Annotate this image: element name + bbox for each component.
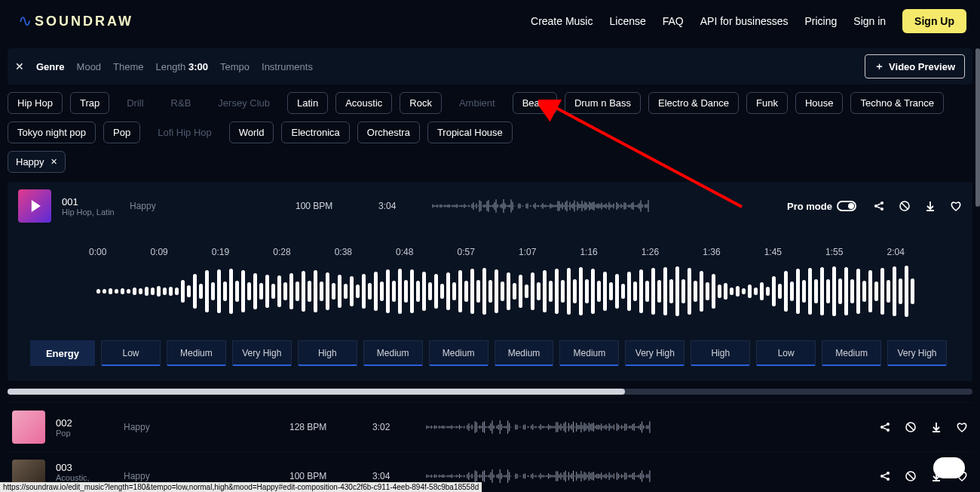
genre-chip[interactable]: Jersey Club [208, 92, 280, 114]
genre-chip[interactable]: Lofi Hip Hop [148, 121, 222, 143]
genre-chip[interactable]: Drum n Bass [565, 92, 641, 114]
track-id: 003 [56, 462, 109, 473]
timeline-tick: 2:04 [887, 247, 904, 257]
timeline-waveform[interactable] [30, 265, 950, 318]
filter-instruments[interactable]: Instruments [262, 61, 313, 72]
track-id: 002 [56, 417, 109, 429]
nav-create-music[interactable]: Create Music [531, 15, 593, 27]
nav-license[interactable]: License [609, 15, 645, 27]
toggle-icon [837, 201, 856, 211]
filter-length[interactable]: Length 3:00 [156, 61, 208, 72]
track-bpm: 128 BPM [289, 422, 342, 432]
genre-chip[interactable]: Electro & Dance [648, 92, 739, 114]
nav-signin[interactable]: Sign in [853, 15, 886, 27]
track-thumbnail[interactable] [18, 189, 51, 223]
track-mini-waveform[interactable] [425, 418, 651, 436]
genre-chip[interactable]: Funk [746, 92, 788, 114]
svg-point-4 [880, 426, 884, 429]
timeline-tick: 0:28 [273, 247, 290, 257]
energy-cell[interactable]: Very High [232, 340, 292, 366]
nav-api[interactable]: API for businesses [700, 15, 789, 27]
svg-point-0 [874, 204, 877, 208]
selected-mood-chip[interactable]: Happy ✕ [8, 151, 66, 173]
energy-cell[interactable]: Very High [887, 340, 947, 366]
energy-cell[interactable]: High [298, 340, 357, 366]
energy-cell[interactable]: Medium [429, 340, 488, 366]
pro-mode-toggle[interactable]: Pro mode [787, 201, 856, 212]
genre-chip[interactable]: Hip Hop [8, 92, 63, 114]
timeline-tick: 0:38 [335, 247, 352, 257]
energy-label: Energy [30, 340, 95, 366]
genre-chip[interactable]: Drill [117, 92, 153, 114]
regenerate-icon[interactable] [905, 470, 917, 482]
timeline-tick: 0:48 [396, 247, 413, 257]
genre-chip[interactable]: Acoustic [335, 92, 392, 114]
genre-chip[interactable]: Orchestra [357, 121, 420, 143]
logo[interactable]: ∿ SOUNDRAW [18, 11, 133, 31]
track-bpm: 100 BPM [289, 471, 342, 481]
energy-cell[interactable]: Very High [625, 340, 684, 366]
genre-chip[interactable]: Pop [103, 121, 140, 143]
filter-tempo[interactable]: Tempo [220, 61, 250, 72]
energy-cell[interactable]: Medium [167, 340, 226, 366]
brand-text: SOUNDRAW [35, 14, 133, 29]
share-icon[interactable] [873, 200, 885, 212]
nav-faq[interactable]: FAQ [663, 15, 684, 27]
play-icon [32, 200, 41, 212]
timeline-tick: 0:19 [212, 247, 229, 257]
heart-icon[interactable] [950, 200, 962, 212]
track-genres: Hip Hop, Latin [62, 208, 115, 217]
genre-chip[interactable]: Latin [287, 92, 328, 114]
energy-cell[interactable]: Medium [559, 340, 619, 366]
plus-icon: ＋ [874, 60, 884, 73]
genre-chip[interactable]: House [795, 92, 844, 114]
chat-bubble-icon[interactable] [933, 457, 965, 478]
nav-pricing[interactable]: Pricing [805, 15, 838, 27]
energy-cell[interactable]: Medium [363, 340, 423, 366]
share-icon[interactable] [879, 470, 891, 482]
energy-cell[interactable]: Low [756, 340, 816, 366]
genre-chip[interactable]: Ambient [449, 92, 505, 114]
track-list: 002 Pop Happy 128 BPM 3:02 003 Acoustic,… [8, 402, 972, 492]
genre-chip[interactable]: World [229, 121, 274, 143]
filter-genre[interactable]: Genre [36, 61, 65, 72]
track-thumbnail[interactable] [12, 411, 45, 444]
filter-mood[interactable]: Mood [77, 61, 102, 72]
energy-cell[interactable]: High [691, 340, 750, 366]
video-preview-button[interactable]: ＋ Video Preview [865, 54, 965, 78]
genre-chip[interactable]: Trap [70, 92, 109, 114]
timeline-tick: 1:26 [642, 247, 659, 257]
energy-cell[interactable]: Medium [495, 340, 554, 366]
energy-cell[interactable]: Low [101, 340, 161, 366]
track-duration: 3:02 [372, 422, 403, 432]
genre-chip[interactable]: Techno & Trance [850, 92, 944, 114]
remove-mood-icon[interactable]: ✕ [51, 157, 57, 167]
page-scrollbar[interactable] [975, 48, 980, 207]
regenerate-icon[interactable] [905, 421, 917, 433]
genre-chip[interactable]: Rock [400, 92, 442, 114]
signup-button[interactable]: Sign Up [902, 9, 966, 33]
track-mood: Happy [130, 201, 175, 211]
genre-chip[interactable]: Beats [513, 92, 557, 114]
genre-chip[interactable]: Tropical House [427, 121, 513, 143]
track-row[interactable]: 002 Pop Happy 128 BPM 3:02 [8, 402, 972, 451]
close-filters-icon[interactable]: ✕ [15, 60, 24, 72]
genre-chip[interactable]: Electronica [281, 121, 349, 143]
heart-icon[interactable] [956, 421, 968, 433]
timeline-tick: 0:09 [150, 247, 167, 257]
header: ∿ SOUNDRAW Create Music License FAQ API … [0, 0, 980, 42]
track-mini-waveform[interactable] [431, 197, 650, 215]
download-icon[interactable] [924, 200, 936, 212]
genre-chip[interactable]: R&B [161, 92, 201, 114]
energy-cell[interactable]: Medium [822, 340, 881, 366]
energy-row: Energy LowMediumVery HighHighMediumMediu… [30, 340, 950, 366]
logo-wave-icon: ∿ [18, 11, 32, 31]
share-icon[interactable] [879, 421, 891, 433]
filter-theme[interactable]: Theme [113, 61, 143, 72]
regenerate-icon[interactable] [899, 200, 911, 212]
timeline-tick: 0:57 [458, 247, 475, 257]
download-icon[interactable] [930, 421, 942, 433]
track-mood: Happy [124, 422, 169, 432]
genre-chip[interactable]: Tokyo night pop [8, 121, 96, 143]
energy-scrollbar[interactable] [8, 389, 972, 395]
